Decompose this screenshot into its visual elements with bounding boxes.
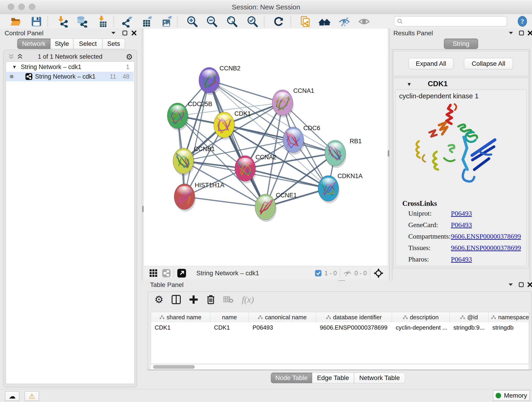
node-gloss bbox=[238, 158, 253, 168]
crosslink-value-link[interactable]: P06493 bbox=[451, 210, 472, 217]
node-table[interactable]: shared namenamecanonical namedatabase id… bbox=[151, 312, 529, 364]
zoom-out-button[interactable] bbox=[206, 16, 218, 27]
network-row-selected[interactable]: String Network – cdk1 11 48 bbox=[6, 72, 133, 81]
warnings-button[interactable]: ⚠ bbox=[25, 391, 39, 401]
apply-layout-button[interactable] bbox=[273, 16, 285, 27]
tab-edge-table[interactable]: Edge Table bbox=[312, 373, 354, 383]
birds-eye-view-icon[interactable] bbox=[374, 268, 384, 278]
cloud-status-button[interactable]: ☁ bbox=[5, 391, 19, 401]
first-neighbors-button[interactable] bbox=[318, 16, 331, 27]
maximize-panel-button[interactable] bbox=[121, 29, 129, 37]
network-canvas[interactable]: CCNB2CCNA1CDC25BCDK1CDC6RB1CCNB1CCNA2CDK… bbox=[144, 29, 388, 266]
hidden-eye-slash-icon[interactable] bbox=[343, 269, 352, 277]
network-node-CCNB1[interactable]: CCNB1 bbox=[173, 146, 215, 176]
crosslink-value-link[interactable]: P06493 bbox=[451, 221, 472, 229]
tab-select[interactable]: Select bbox=[73, 38, 102, 49]
network-edge[interactable] bbox=[184, 80, 209, 197]
crosslink-value-link[interactable]: P06493 bbox=[451, 255, 472, 263]
network-node-HIST1H1A[interactable]: HIST1H1A bbox=[174, 182, 224, 211]
delete-column-icon[interactable] bbox=[206, 294, 215, 305]
column-header[interactable]: description bbox=[392, 312, 450, 322]
export-image-button[interactable] bbox=[160, 16, 173, 27]
network-edge[interactable] bbox=[184, 197, 265, 207]
scrollbar-thumb[interactable] bbox=[153, 365, 195, 369]
close-panel-button[interactable] bbox=[526, 281, 532, 288]
zoom-fit-button[interactable] bbox=[226, 16, 238, 27]
table-settings-gear-icon[interactable]: ⚙ bbox=[154, 294, 163, 305]
table-cell[interactable]: CDK1 bbox=[210, 322, 249, 333]
tab-network[interactable]: Network bbox=[17, 38, 51, 49]
tab-network-table[interactable]: Network Table bbox=[354, 373, 405, 383]
tab-node-table[interactable]: Node Table bbox=[271, 373, 312, 383]
float-panel-button[interactable] bbox=[507, 29, 515, 37]
zoom-in-icon bbox=[186, 16, 198, 27]
table-row[interactable]: CDK1CDK1P064939606.ENSP00000378699cyclin… bbox=[151, 322, 529, 333]
grid-mode-icon[interactable] bbox=[149, 269, 158, 277]
delete-table-icon[interactable] bbox=[223, 296, 234, 303]
add-column-icon[interactable] bbox=[189, 294, 198, 305]
close-panel-button[interactable] bbox=[130, 29, 138, 37]
search-box[interactable] bbox=[394, 16, 507, 26]
column-header[interactable]: @id bbox=[450, 312, 489, 322]
export-table-button[interactable] bbox=[141, 16, 153, 27]
tab-sets[interactable]: Sets bbox=[102, 38, 125, 49]
horizontal-scrollbar[interactable] bbox=[151, 364, 529, 370]
tab-string[interactable]: String bbox=[444, 38, 478, 49]
crosslink-value-link[interactable]: 9606.ENSP00000378699 bbox=[451, 244, 521, 252]
show-columns-icon[interactable] bbox=[172, 294, 181, 305]
show-hide-graphics-button[interactable] bbox=[338, 16, 351, 27]
column-header[interactable]: canonical name bbox=[249, 312, 316, 322]
search-input[interactable] bbox=[403, 18, 500, 25]
svg-text:?: ? bbox=[521, 17, 524, 25]
tab-style[interactable]: Style bbox=[51, 38, 73, 49]
maximize-panel-button[interactable] bbox=[518, 29, 525, 37]
duplicate-network-button[interactable] bbox=[299, 16, 311, 27]
network-node-CCNE1[interactable]: CCNE1 bbox=[255, 192, 297, 222]
table-cell[interactable]: stringdb bbox=[489, 322, 529, 333]
vertical-splitter-handle[interactable] bbox=[388, 150, 389, 157]
table-cell[interactable]: P06493 bbox=[249, 322, 316, 333]
eye-slash-icon bbox=[338, 16, 351, 27]
network-node-CCNB2[interactable]: CCNB2 bbox=[199, 65, 241, 95]
zoom-in-button[interactable] bbox=[186, 16, 198, 27]
network-node-RB1[interactable]: RB1 bbox=[325, 138, 362, 168]
import-table-file-button[interactable] bbox=[96, 16, 109, 27]
network-node-CDC6[interactable]: CDC6 bbox=[283, 125, 320, 155]
column-header[interactable]: database identifier bbox=[316, 312, 392, 322]
open-session-button[interactable] bbox=[10, 16, 22, 27]
expand-all-button[interactable]: Expand All bbox=[409, 58, 453, 70]
collapse-all-button[interactable]: Collapse All bbox=[464, 58, 513, 70]
column-header[interactable]: namespace bbox=[489, 312, 529, 322]
float-panel-button[interactable] bbox=[507, 281, 515, 288]
maximize-panel-button[interactable] bbox=[517, 281, 525, 288]
detach-view-icon[interactable] bbox=[177, 269, 186, 278]
network-node-CDKN1A[interactable]: CDKN1A bbox=[318, 172, 363, 203]
float-panel-button[interactable] bbox=[109, 29, 117, 37]
selected-checkbox-icon[interactable] bbox=[315, 270, 322, 277]
table-cell[interactable]: CDK1 bbox=[151, 322, 210, 333]
import-network-file-button[interactable] bbox=[56, 16, 69, 27]
section-collapse-caret[interactable]: ▼ bbox=[407, 81, 412, 87]
table-cell[interactable]: stringdb:9... bbox=[450, 322, 489, 333]
network-mode-icon[interactable] bbox=[162, 269, 171, 277]
function-builder-icon[interactable]: f(x) bbox=[242, 294, 254, 305]
table-cell[interactable]: cyclin-dependent ... bbox=[392, 322, 450, 333]
save-session-button[interactable] bbox=[30, 16, 43, 27]
column-header[interactable]: name bbox=[210, 312, 249, 322]
inactive-eye-button[interactable] bbox=[358, 16, 370, 27]
network-node-CDC25B[interactable]: CDC25B bbox=[167, 101, 212, 131]
crosslink-value-link[interactable]: 9606.ENSP00000378699 bbox=[451, 232, 521, 240]
memory-button[interactable]: Memory bbox=[493, 390, 530, 401]
network-collection-row[interactable]: ▼ String Network – cdk1 1 bbox=[6, 62, 133, 72]
help-button[interactable]: ? bbox=[517, 16, 528, 28]
export-network-button[interactable] bbox=[121, 16, 134, 27]
close-panel-button[interactable] bbox=[526, 29, 532, 37]
zoom-selected-button[interactable] bbox=[246, 16, 259, 27]
collection-expand-caret[interactable]: ▼ bbox=[12, 64, 17, 70]
zoom-out-icon bbox=[206, 16, 218, 27]
network-options-gear-icon[interactable]: ⚙ bbox=[126, 52, 133, 61]
table-cell[interactable]: 9606.ENSP00000378699 bbox=[316, 322, 392, 333]
import-network-database-button[interactable] bbox=[76, 16, 88, 27]
column-header[interactable]: shared name bbox=[151, 312, 210, 322]
vertical-splitter-handle[interactable] bbox=[142, 206, 144, 212]
